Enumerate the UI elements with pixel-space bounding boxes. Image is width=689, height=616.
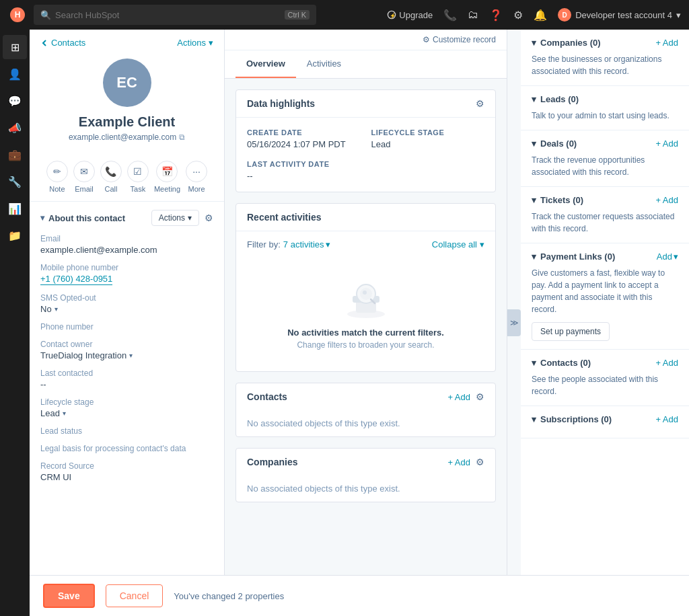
panel-toggle-button[interactable]: ≫: [507, 309, 521, 336]
field-phone: Phone number: [40, 322, 213, 332]
right-tickets-title: ▾ Tickets (0): [532, 195, 583, 205]
breadcrumb-actions-button[interactable]: Actions ▾: [177, 38, 213, 48]
activities-empty-title: No activities match the current filters.: [287, 328, 444, 338]
help-icon[interactable]: ❓: [489, 9, 503, 22]
right-tickets-add[interactable]: + Add: [655, 195, 678, 205]
right-contacts-add[interactable]: + Add: [655, 358, 678, 368]
save-button[interactable]: Save: [43, 584, 95, 608]
customize-record-link[interactable]: ⚙ Customize record: [423, 35, 496, 44]
sidebar-icon-reports[interactable]: 📊: [3, 196, 27, 221]
field-record-source: Record Source CRM UI: [40, 461, 213, 482]
right-payment-links-add[interactable]: Add ▾: [657, 252, 678, 262]
hubspot-logo[interactable]: H: [8, 5, 27, 24]
data-highlights-settings-icon[interactable]: ⚙: [476, 98, 484, 109]
about-settings-icon[interactable]: ⚙: [205, 213, 213, 223]
center-panel: ⚙ Customize record Overview Activities D…: [225, 30, 507, 616]
breadcrumb: Contacts Actions ▾: [30, 30, 224, 53]
email-button[interactable]: ✉ Email: [73, 161, 95, 193]
phone-icon[interactable]: 📞: [443, 9, 457, 22]
center-content: Data highlights ⚙ CREATE DATE 05/16/2024…: [225, 79, 507, 524]
tab-activities[interactable]: Activities: [296, 50, 352, 78]
task-icon: ☑: [127, 161, 149, 182]
sidebar-icon-contacts[interactable]: 👤: [3, 62, 27, 86]
copy-email-icon[interactable]: ⧉: [179, 132, 185, 142]
upgrade-button[interactable]: ⚡ Upgrade: [387, 10, 433, 20]
contacts-no-objects: No associated objects of this type exist…: [236, 410, 495, 436]
reports-icon[interactable]: 🗂: [468, 9, 478, 21]
note-button[interactable]: ✏ Note: [46, 161, 68, 193]
right-deals-chevron-icon[interactable]: ▾: [532, 139, 536, 149]
right-subscriptions-chevron-icon[interactable]: ▾: [532, 414, 536, 424]
settings-icon[interactable]: ⚙: [513, 9, 523, 22]
customize-bar: ⚙ Customize record: [225, 30, 507, 50]
companies-no-objects: No associated objects of this type exist…: [236, 475, 495, 502]
right-leads-desc: Talk to your admin to start using leads.: [532, 110, 678, 122]
right-deals-add[interactable]: + Add: [655, 139, 678, 149]
right-subscriptions-title: ▾ Subscriptions (0): [532, 414, 612, 424]
field-sms-opted: SMS Opted-out No ▾: [40, 293, 213, 314]
svg-point-9: [363, 291, 367, 295]
filter-count-dropdown[interactable]: 7 activities ▾: [283, 239, 330, 249]
cancel-button[interactable]: Cancel: [106, 584, 164, 607]
contacts-object-card: Contacts + Add ⚙ No associated objects o…: [235, 383, 496, 437]
about-actions-chevron-icon: ▾: [188, 213, 192, 223]
right-payment-links-chevron-icon[interactable]: ▾: [532, 252, 536, 262]
meeting-button[interactable]: 📅 Meeting: [154, 161, 180, 193]
activities-empty-state: No activities match the current filters.…: [236, 258, 495, 371]
companies-settings-icon[interactable]: ⚙: [476, 457, 484, 467]
right-contacts-chevron-icon[interactable]: ▾: [532, 358, 536, 368]
notifications-icon[interactable]: 🔔: [534, 9, 547, 22]
right-companies-chevron-icon[interactable]: ▾: [532, 38, 536, 48]
right-companies-desc: See the businesses or organizations asso…: [532, 53, 678, 77]
setup-payments-button[interactable]: Set up payments: [532, 322, 610, 341]
tab-overview[interactable]: Overview: [235, 50, 296, 78]
contacts-settings-icon[interactable]: ⚙: [476, 391, 484, 402]
search-shortcut: Ctrl K: [285, 10, 310, 20]
contacts-object-title: Contacts: [247, 391, 287, 402]
data-grid: CREATE DATE 05/16/2024 1:07 PM PDT LIFEC…: [247, 128, 484, 181]
task-button[interactable]: ☑ Task: [127, 161, 149, 193]
collapse-all-button[interactable]: Collapse all ▾: [432, 239, 484, 249]
email-icon: ✉: [73, 161, 95, 182]
sidebar-icon-service[interactable]: 🔧: [3, 169, 27, 194]
data-create-date: CREATE DATE 05/16/2024 1:07 PM PDT: [247, 128, 361, 149]
field-lead-status: Lead status: [40, 426, 213, 436]
companies-add-button[interactable]: + Add: [447, 457, 470, 467]
right-subscriptions-add[interactable]: + Add: [655, 414, 678, 424]
companies-object-title: Companies: [247, 457, 297, 467]
about-title: ▾ About this contact: [40, 213, 125, 223]
right-companies-add[interactable]: + Add: [655, 38, 678, 48]
right-contacts-section: ▾ Contacts (0) + Add See the people asso…: [521, 350, 689, 406]
breadcrumb-back[interactable]: Contacts: [40, 38, 85, 48]
filter-by-label: Filter by: 7 activities ▾: [247, 239, 330, 249]
right-contacts-title: ▾ Contacts (0): [532, 358, 591, 368]
contacts-add-button[interactable]: + Add: [447, 392, 470, 402]
search-input[interactable]: [55, 10, 281, 20]
owner-dropdown[interactable]: ▾: [129, 352, 133, 359]
about-actions-button[interactable]: Actions ▾: [151, 210, 199, 226]
meeting-icon: 📅: [156, 161, 178, 182]
companies-object-header: Companies + Add ⚙: [236, 449, 495, 475]
sidebar-icon-conversations[interactable]: 💬: [3, 89, 27, 113]
search-bar[interactable]: 🔍 Ctrl K: [34, 5, 316, 25]
right-leads-chevron-icon[interactable]: ▾: [532, 94, 536, 104]
sms-opted-dropdown[interactable]: ▾: [55, 305, 58, 313]
lifecycle-dropdown[interactable]: ▾: [63, 410, 66, 417]
action-icons-row: ✏ Note ✉ Email 📞 Call ☑ Task 📅 Meeti: [30, 153, 224, 201]
sidebar-icon-library[interactable]: 📁: [3, 223, 27, 247]
sidebar-icon-sales[interactable]: 💼: [3, 143, 27, 167]
about-chevron-icon[interactable]: ▾: [40, 213, 44, 223]
right-tickets-chevron-icon[interactable]: ▾: [532, 195, 536, 205]
right-deals-section: ▾ Deals (0) + Add Track the revenue oppo…: [521, 130, 689, 187]
svg-text:H: H: [15, 10, 21, 20]
sidebar-icon-home[interactable]: ⊞: [3, 35, 27, 59]
call-button[interactable]: 📞 Call: [100, 161, 122, 193]
filter-chevron-icon: ▾: [326, 239, 330, 249]
right-contacts-desc: See the people associated with this reco…: [532, 373, 678, 397]
call-icon: 📞: [100, 161, 122, 182]
field-mobile: Mobile phone number +1 (760) 428-0951: [40, 263, 213, 285]
account-menu[interactable]: D Developer test account 4 ▾: [558, 8, 681, 22]
avatar: EC: [103, 59, 151, 107]
more-button[interactable]: ··· More: [186, 161, 207, 193]
sidebar-icon-marketing[interactable]: 📣: [3, 116, 27, 140]
